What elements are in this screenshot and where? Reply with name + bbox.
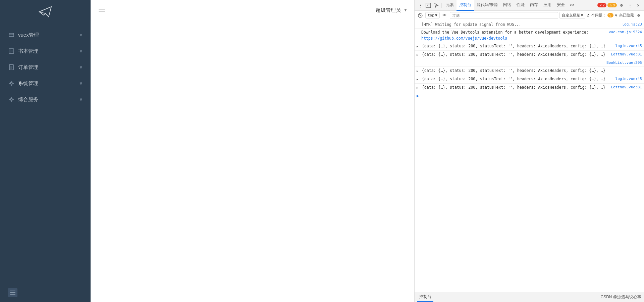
- user-dropdown-arrow: ▼: [404, 8, 408, 12]
- devtools-inspect-btn[interactable]: [425, 2, 432, 9]
- tab-application[interactable]: 应用: [541, 0, 554, 11]
- line-text: {data: {…}, status: 200, statusText: '',…: [422, 76, 614, 82]
- error-badge: ✕ 2: [597, 3, 607, 7]
- devtools-panel: ⋮ 元素 控制台 源代码/来源 网络 性能 内存 应用 安全 >>: [414, 0, 644, 302]
- line-source-booklist[interactable]: BookList.vue:205: [606, 60, 642, 66]
- tab-elements[interactable]: 元素: [443, 0, 457, 11]
- console-line: [HMR] Waiting for update signal from WDS…: [415, 21, 644, 29]
- svg-rect-16: [10, 294, 15, 295]
- vuex-icon: [8, 32, 15, 38]
- expand-icon[interactable]: ▶: [417, 44, 421, 50]
- logo-icon: [39, 5, 52, 18]
- sidebar-item-orders-label: 订单管理: [18, 64, 38, 71]
- line-text: {data: {…}, status: 200, statusText: '',…: [422, 43, 614, 49]
- expand-icon[interactable]: ▶: [417, 52, 421, 58]
- svg-rect-14: [10, 291, 15, 291]
- prompt-arrow-icon: ▶: [417, 93, 419, 98]
- console-level-select[interactable]: 自定义级别 ▼: [559, 12, 586, 19]
- services-gear-icon: [8, 96, 15, 103]
- chevron-down-icon: ∨: [79, 81, 83, 86]
- sidebar-item-services[interactable]: 综合服务 ∨: [0, 91, 91, 107]
- tab-more[interactable]: >>: [568, 0, 576, 11]
- devtools-footer: 控制台 CSDN @浊酒与说心事: [415, 292, 644, 302]
- svg-rect-2: [9, 33, 14, 37]
- console-top-select[interactable]: top ▼: [425, 12, 440, 18]
- console-toolbar: top ▼ 👁 自定义级别 ▼ 2 个问题： 9 4 条已隐藏 ⚙: [415, 11, 644, 20]
- expand-icon[interactable]: ▶: [417, 77, 421, 83]
- line-text: {data: {…}, status: 200, statusText: '',…: [422, 51, 609, 57]
- expand-icon[interactable]: ▶: [417, 85, 421, 91]
- sidebar-item-services-label: 综合服务: [18, 96, 38, 103]
- console-eye-btn[interactable]: 👁: [441, 12, 448, 19]
- tab-performance[interactable]: 性能: [514, 0, 527, 11]
- line-source[interactable]: log.js:23: [622, 21, 642, 28]
- chevron-down-icon: ∨: [79, 49, 83, 53]
- console-body: [HMR] Waiting for update signal from WDS…: [415, 20, 644, 292]
- sidebar-logo: [0, 0, 91, 24]
- vue-devtools-link[interactable]: https://github.com/vuejs/vue-devtools: [421, 36, 507, 41]
- sidebar-footer: [0, 283, 91, 302]
- console-line: Download the Vue Devtools extension for …: [415, 29, 644, 42]
- toolbar-separator: [441, 3, 442, 8]
- devtools-top-toolbar: ⋮ 元素 控制台 源代码/来源 网络 性能 内存 应用 安全 >>: [415, 0, 644, 11]
- footer-branding: CSDN @浊酒与说心事: [600, 294, 641, 300]
- console-line: ▶ {data: {…}, status: 200, statusText: '…: [415, 42, 644, 51]
- chevron-down-icon: ∨: [79, 33, 83, 37]
- sidebar-item-system[interactable]: 系统管理 ∨: [0, 75, 91, 91]
- tab-memory[interactable]: 内存: [527, 0, 541, 11]
- username-label: 超级管理员: [376, 7, 401, 13]
- sidebar-item-orders[interactable]: 订单管理 ∨: [0, 59, 91, 75]
- console-prompt-line: ▶: [415, 92, 644, 99]
- line-source[interactable]: vue.esm.js:9324: [609, 29, 642, 35]
- devtools-options-btn[interactable]: ⋮: [626, 2, 634, 9]
- console-filter-input[interactable]: [450, 12, 558, 19]
- expand-icon[interactable]: ▶: [417, 68, 421, 74]
- sidebar-item-books-label: 书本管理: [18, 48, 38, 54]
- line-text: [HMR] Waiting for update signal from WDS…: [421, 21, 621, 28]
- svg-line-19: [419, 14, 421, 16]
- svg-marker-0: [39, 7, 51, 17]
- tab-security[interactable]: 安全: [554, 0, 568, 11]
- devtools-settings-btn[interactable]: ⚙: [618, 2, 625, 9]
- console-line: BookList.vue:205: [415, 59, 644, 67]
- svg-point-12: [10, 82, 12, 84]
- sidebar-menu: vuex管理 ∨ 书本管理 ∨: [0, 24, 91, 283]
- line-source[interactable]: LeftNav.vue:81: [611, 51, 642, 57]
- error-x-icon: ✕: [599, 4, 602, 7]
- sidebar-item-vuex[interactable]: vuex管理 ∨: [0, 27, 91, 43]
- console-line: ▶ {data: {…}, status: 200, statusText: '…: [415, 84, 644, 92]
- console-line: ▶ {data: {…}, status: 200, statusText: '…: [415, 67, 644, 75]
- line-text: {data: {…}, status: 200, statusText: '',…: [422, 84, 609, 90]
- console-clear-btn[interactable]: [417, 12, 424, 19]
- devtools-pointer-btn[interactable]: [433, 2, 440, 9]
- tab-console[interactable]: 控制台: [457, 0, 474, 11]
- console-settings-btn[interactable]: ⚙: [635, 12, 642, 19]
- tab-sources[interactable]: 源代码/来源: [474, 0, 500, 11]
- book-icon: [8, 48, 15, 54]
- footer-console-tab[interactable]: 控制台: [417, 293, 433, 302]
- footer-icon: [8, 288, 17, 297]
- devtools-more-options-btn[interactable]: ⋮: [417, 2, 424, 9]
- warning-icon: ⚠: [609, 4, 612, 7]
- line-source[interactable]: login.vue:45: [615, 76, 642, 82]
- sidebar-item-system-label: 系统管理: [18, 80, 38, 87]
- svg-point-13: [10, 98, 12, 100]
- console-input[interactable]: [421, 93, 642, 98]
- main-body: [91, 20, 414, 302]
- chevron-down-icon: ∨: [79, 97, 83, 102]
- line-text: {data: {…}, status: 200, statusText: '',…: [422, 68, 642, 74]
- sidebar-item-vuex-label: vuex管理: [18, 32, 39, 38]
- menu-toggle-button[interactable]: [97, 7, 107, 13]
- user-menu[interactable]: 超级管理员 ▼: [376, 7, 408, 13]
- devtools-close-btn[interactable]: ✕: [635, 2, 642, 9]
- console-warnings-badge: 9: [607, 13, 613, 17]
- line-source[interactable]: login.vue:45: [615, 43, 642, 49]
- sidebar-item-books[interactable]: 书本管理 ∨: [0, 43, 91, 59]
- line-source[interactable]: LeftNav.vue:81: [611, 84, 642, 90]
- main-content: 超级管理员 ▼: [91, 0, 414, 302]
- warning-badge: ⚠ 9: [607, 3, 617, 7]
- system-gear-icon: [8, 80, 15, 87]
- tab-network[interactable]: 网络: [500, 0, 514, 11]
- chevron-down-icon: ∨: [79, 65, 83, 70]
- main-header: 超级管理员 ▼: [91, 0, 414, 20]
